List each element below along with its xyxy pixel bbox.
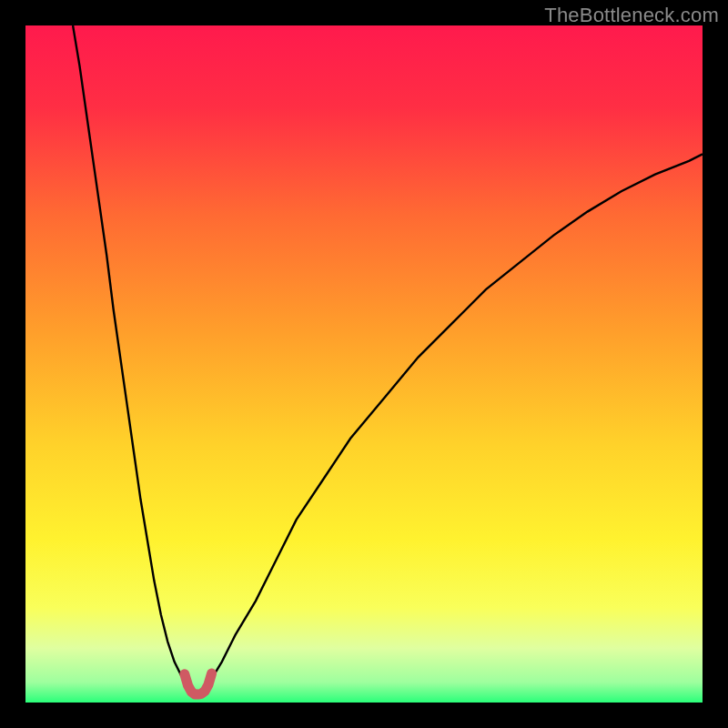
gradient-background — [25, 25, 703, 703]
chart-frame — [25, 25, 703, 703]
bottleneck-chart — [25, 25, 703, 703]
watermark-text: TheBottleneck.com — [544, 4, 719, 27]
